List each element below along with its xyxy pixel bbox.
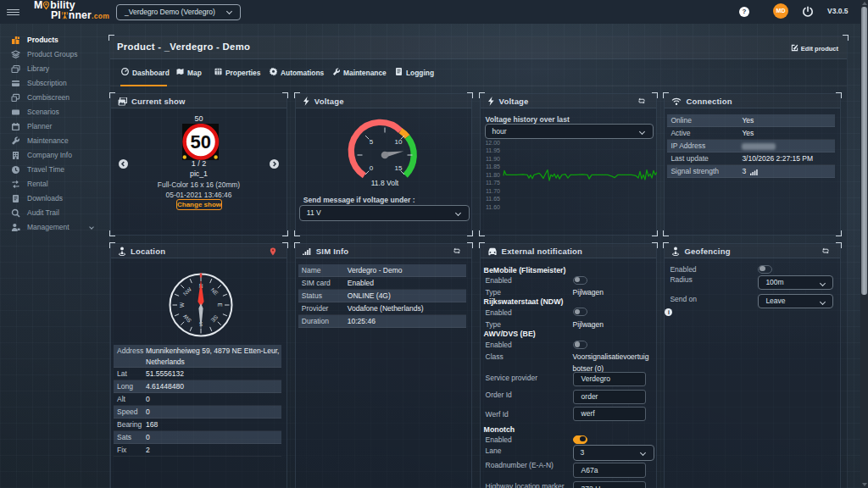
svg-text:11.65: 11.65 [486, 196, 500, 202]
svg-text:W: W [179, 302, 185, 308]
svg-text:11.95: 11.95 [486, 147, 500, 153]
svg-text:5: 5 [370, 138, 374, 146]
svg-text:11.85: 11.85 [486, 164, 500, 169]
svg-text:12.00: 12.00 [485, 140, 500, 146]
svg-text:E: E [217, 303, 223, 308]
svg-text:0: 0 [370, 164, 374, 172]
svg-text:11.8 Volt: 11.8 Volt [371, 179, 399, 187]
svg-text:11.75: 11.75 [486, 180, 500, 186]
svg-text:10: 10 [394, 138, 402, 146]
svg-text:11.60: 11.60 [486, 204, 500, 210]
svg-text:11.70: 11.70 [486, 188, 500, 194]
svg-text:50: 50 [191, 131, 211, 152]
svg-text:15: 15 [394, 164, 402, 172]
svg-text:11.80: 11.80 [486, 172, 500, 178]
svg-text:11.90: 11.90 [486, 156, 500, 162]
